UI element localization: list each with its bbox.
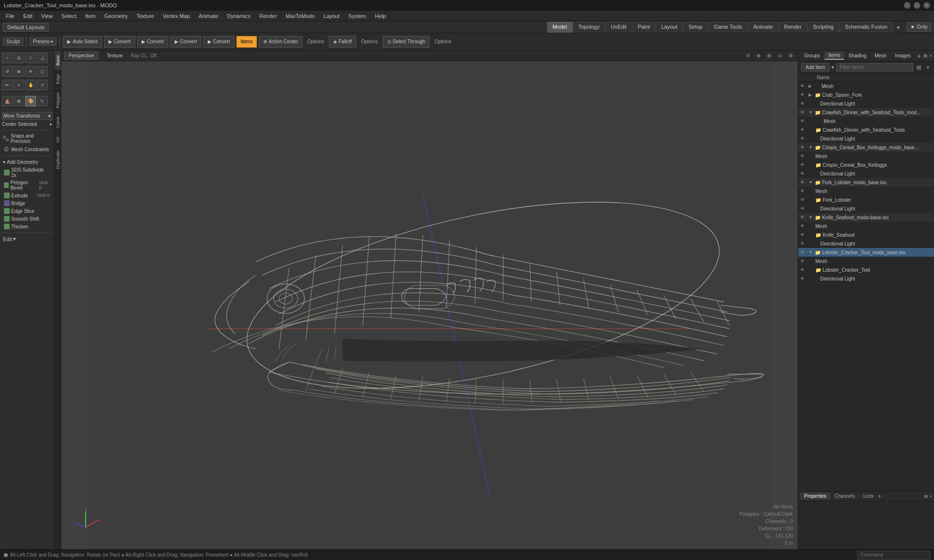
command-input[interactable] xyxy=(857,551,930,560)
auto-select-button[interactable]: ▶ Auto Select xyxy=(63,36,102,48)
cursor-tool[interactable]: ↖ xyxy=(37,96,48,106)
list-item[interactable]: 👁 ▼ 📁 Fork_Lobster_modo_base.lxo xyxy=(798,178,934,187)
close-button[interactable]: × xyxy=(923,2,930,9)
rb-close-icon[interactable]: × xyxy=(930,494,932,499)
right-tab-mesh[interactable]: Mesh xyxy=(871,52,890,59)
list-item[interactable]: 👁 ▶ Mesh xyxy=(798,82,934,90)
side-tab-polygon[interactable]: Polygon xyxy=(54,88,61,112)
list-item[interactable]: 👁 Mesh xyxy=(798,257,934,265)
eye-icon[interactable]: 👁 xyxy=(800,259,807,263)
menu-render[interactable]: Render xyxy=(255,12,281,20)
vp-control-grid[interactable]: ⊞ xyxy=(765,52,773,60)
side-tab-duplicate[interactable]: Duplicate xyxy=(54,146,61,173)
grab-tool[interactable]: ✋ xyxy=(25,80,36,90)
add-geometry-header[interactable]: ▾ Add Geometry xyxy=(2,158,52,166)
maximize-button[interactable]: □ xyxy=(914,2,920,9)
convert-button-2[interactable]: ▶ Convert xyxy=(137,36,168,48)
sculpt-button[interactable]: Sculpt xyxy=(3,37,23,46)
convert-button-4[interactable]: ▶ Convert xyxy=(203,36,234,48)
rb-tab-channels[interactable]: Channels xyxy=(831,492,859,500)
sds-subdivide-item[interactable]: SDS Subdivide 2x xyxy=(2,166,52,179)
cone-tool[interactable]: △ xyxy=(37,52,48,63)
tree-arrow[interactable]: ▶ xyxy=(808,84,813,88)
list-item[interactable]: 👁 Directional Light xyxy=(798,204,934,213)
vp-control-rotate[interactable]: ↺ xyxy=(743,52,752,60)
tab-animate[interactable]: Animate xyxy=(748,22,778,33)
vp-control-settings[interactable]: ⚙ xyxy=(786,52,795,60)
items-button[interactable]: Items xyxy=(236,36,257,48)
paint-tool[interactable]: 🎨 xyxy=(25,96,36,106)
list-item[interactable]: 👁 📁 Crawfish_Dinner_with_Seafood_Tools xyxy=(798,125,934,134)
eye-icon[interactable]: 👁 xyxy=(800,127,807,132)
rb-expand-icon[interactable]: ⊞ xyxy=(924,494,928,499)
tree-arrow[interactable]: ▼ xyxy=(808,110,813,115)
mesh-constraints-item[interactable]: Mesh Constraints xyxy=(2,145,52,154)
options-1[interactable]: Options xyxy=(305,37,327,46)
eye-icon[interactable]: 👁 xyxy=(800,215,807,220)
menu-dynamics[interactable]: Dynamics xyxy=(223,12,254,20)
right-tab-items[interactable]: Items xyxy=(825,52,844,60)
menu-vertex-map[interactable]: Vertex Map xyxy=(159,12,194,20)
menu-view[interactable]: View xyxy=(37,12,57,20)
eye-icon[interactable]: 👁 xyxy=(800,206,807,211)
add-item-button[interactable]: Add Item xyxy=(801,63,829,71)
tree-arrow[interactable]: ▼ xyxy=(808,215,813,220)
menu-animate[interactable]: Animate xyxy=(195,12,222,20)
close-panel-icon[interactable]: × xyxy=(929,53,932,58)
menu-maxtomodo[interactable]: MaxToModo xyxy=(282,12,319,20)
select-through-button[interactable]: ⊙ Select Through xyxy=(383,36,430,48)
side-tab-edge[interactable]: Edge xyxy=(54,70,61,88)
eye-icon[interactable]: 👁 xyxy=(800,250,807,255)
eye-icon[interactable]: 👁 xyxy=(800,197,807,202)
tree-arrow[interactable]: ▼ xyxy=(808,250,813,255)
torus-tool[interactable]: ◎ xyxy=(14,52,24,63)
menu-edit[interactable]: Edit xyxy=(19,12,36,20)
eye-icon[interactable]: 👁 xyxy=(800,84,807,88)
list-item[interactable]: 👁 ▼ 📁 Crispix_Cereal_Box_Kelloggs_modo_b… xyxy=(798,143,934,152)
eye-icon[interactable]: 👁 xyxy=(800,154,807,158)
vp-tab-perspective[interactable]: Perspective xyxy=(64,52,98,60)
rb-tab-properties[interactable]: Properties xyxy=(800,492,830,500)
more-transforms-dropdown[interactable]: More Transforms ▾ xyxy=(2,112,52,120)
menu-item[interactable]: Item xyxy=(81,12,99,20)
circle-tool[interactable]: ○ xyxy=(2,52,13,63)
eye-icon[interactable]: 👁 xyxy=(800,92,807,97)
move-tool[interactable]: ✛ xyxy=(25,66,36,77)
eye-icon[interactable]: 👁 xyxy=(800,276,807,281)
grid-tool[interactable]: ⊞ xyxy=(14,96,24,106)
list-item[interactable]: 👁 ▼ 📁 Knife_Seafood_modo-base.lxo xyxy=(798,213,934,222)
convert-button-3[interactable]: ▶ Convert xyxy=(170,36,201,48)
minimize-button[interactable]: ─ xyxy=(904,2,911,9)
eye-icon[interactable]: 👁 xyxy=(800,101,807,106)
items-list[interactable]: 👁 ▶ Mesh 👁 ▶ 📁 Crab_Spoon_Fork 👁 Directi… xyxy=(798,82,934,491)
tab-topology[interactable]: Topology xyxy=(573,22,605,33)
list-item[interactable]: 👁 Directional Light xyxy=(798,239,934,248)
tab-schematic-fusion[interactable]: Schematic Fusion xyxy=(840,22,893,33)
vp-control-view[interactable]: ⊙ xyxy=(775,52,784,60)
options-3[interactable]: Options xyxy=(431,37,454,46)
eye-icon[interactable]: 👁 xyxy=(800,119,807,123)
convert-button-1[interactable]: ▶ Convert xyxy=(104,36,135,48)
side-tab-uv[interactable]: UV xyxy=(54,132,61,147)
list-item[interactable]: 👁 ▼ 📁 Crawfish_Dinner_with_Seafood_Tools… xyxy=(798,108,934,117)
list-item[interactable]: 👁 📁 Lobster_Cracker_Tool xyxy=(798,265,934,274)
side-tab-basic[interactable]: Basic xyxy=(54,51,61,70)
right-tab-shading[interactable]: Shading xyxy=(844,52,870,59)
shape-tool[interactable]: ⬡ xyxy=(37,66,48,77)
list-item[interactable]: 👁 ▼ 📁 Lobster_Cracker_Tool_modo_base.lxo xyxy=(798,248,934,257)
options-2[interactable]: Options xyxy=(358,37,380,46)
right-tab-images[interactable]: Images xyxy=(891,52,915,59)
menu-system[interactable]: System xyxy=(344,12,370,20)
layout-dropdown[interactable]: Default Layouts xyxy=(3,23,49,32)
list-item[interactable]: 👁 Mesh xyxy=(798,117,934,125)
presets-button[interactable]: Presets ▾ xyxy=(30,37,57,46)
list-item[interactable]: 👁 Directional Light xyxy=(798,169,934,178)
eye-icon[interactable]: 👁 xyxy=(800,241,807,246)
bridge-item[interactable]: Bridge xyxy=(2,199,52,207)
smooth-shift-item[interactable]: Smooth Shift xyxy=(2,215,52,223)
list-item[interactable]: 👁 Directional Light xyxy=(798,274,934,283)
star-only-button[interactable]: ★ Only xyxy=(907,22,931,32)
tab-game-tools[interactable]: Game Tools xyxy=(708,22,748,33)
fork-tool[interactable]: ⛵ xyxy=(2,96,13,106)
eye-icon[interactable]: 👁 xyxy=(800,267,807,272)
